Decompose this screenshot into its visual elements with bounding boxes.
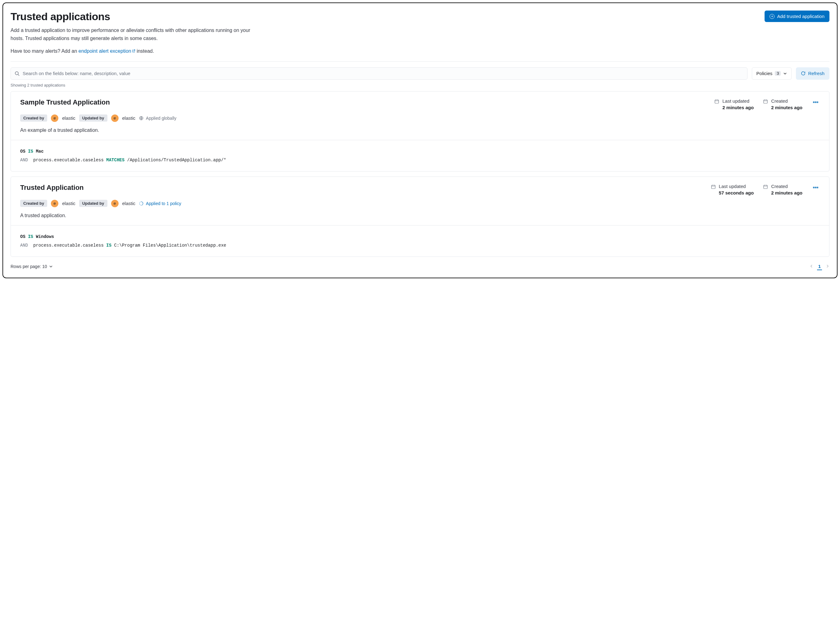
- last-updated-value: 57 seconds ago: [719, 190, 754, 196]
- svg-rect-4: [815, 102, 816, 103]
- scope-label: Applied to 1 policy: [146, 201, 181, 206]
- svg-rect-7: [711, 185, 715, 189]
- svg-rect-1: [715, 100, 719, 103]
- chevron-down-icon: [783, 72, 787, 75]
- page-description-1: Add a trusted application to improve per…: [11, 27, 259, 42]
- refresh-icon: [801, 71, 805, 76]
- updated-by-avatar: e: [111, 200, 119, 207]
- scope-label: Applied globally: [146, 116, 176, 121]
- endpoint-alert-exception-link[interactable]: endpoint alert exception: [79, 49, 135, 54]
- chevron-down-icon: [49, 264, 53, 268]
- svg-rect-11: [817, 187, 818, 188]
- add-trusted-application-button[interactable]: + Add trusted application: [765, 11, 829, 22]
- prev-page-button[interactable]: [810, 264, 813, 269]
- last-updated-value: 2 minutes ago: [722, 105, 754, 110]
- created-value: 2 minutes ago: [771, 190, 802, 196]
- page-title: Trusted applications: [11, 11, 110, 23]
- chevron-left-icon: [810, 264, 813, 268]
- rows-per-page-selector[interactable]: Rows per page: 10: [11, 264, 53, 269]
- more-actions-button[interactable]: [812, 99, 820, 106]
- search-input[interactable]: [20, 71, 743, 76]
- refresh-button[interactable]: Refresh: [796, 67, 829, 80]
- card-conditions: OS IS Mac AND process.executable.caseles…: [11, 140, 829, 171]
- svg-rect-8: [764, 185, 767, 189]
- calendar-icon: [763, 99, 768, 104]
- page-number-current[interactable]: 1: [817, 263, 822, 270]
- svg-rect-5: [817, 102, 818, 103]
- trusted-app-card: Trusted Application Last updated 57 seco…: [11, 177, 829, 257]
- svg-point-0: [15, 72, 18, 75]
- add-button-label: Add trusted application: [777, 14, 824, 19]
- more-actions-button[interactable]: [812, 184, 820, 192]
- card-description: A trusted application.: [20, 213, 820, 218]
- updated-by-badge: Updated by: [79, 200, 107, 207]
- globe-icon: [139, 116, 143, 121]
- trusted-app-card: Sample Trusted Application Last updated …: [11, 91, 829, 172]
- svg-rect-3: [813, 102, 814, 103]
- boxes-horizontal-icon: [813, 101, 819, 104]
- page-description-2: Have too many alerts? Add an endpoint al…: [11, 47, 259, 55]
- calendar-icon: [711, 184, 716, 189]
- created-value: 2 minutes ago: [771, 105, 802, 110]
- partial-icon: [139, 201, 143, 206]
- chevron-right-icon: [826, 264, 829, 268]
- card-description: An example of a trusted application.: [20, 127, 820, 133]
- updated-by-user: elastic: [122, 201, 136, 206]
- boxes-horizontal-icon: [813, 186, 819, 189]
- calendar-icon: [714, 99, 719, 104]
- policies-label: Policies: [757, 71, 772, 76]
- updated-by-avatar: e: [111, 114, 119, 122]
- policies-filter-button[interactable]: Policies 3: [752, 67, 792, 80]
- refresh-label: Refresh: [808, 71, 824, 76]
- plus-circle-icon: +: [769, 14, 774, 19]
- search-icon: [14, 71, 20, 76]
- created-label: Created: [771, 184, 802, 189]
- created-by-avatar: e: [51, 200, 58, 207]
- next-page-button[interactable]: [826, 264, 829, 269]
- external-link-icon: [132, 49, 135, 53]
- created-by-avatar: e: [51, 114, 58, 122]
- last-updated-label: Last updated: [722, 99, 754, 103]
- created-by-user: elastic: [62, 116, 75, 121]
- policies-count-badge: 3: [775, 71, 781, 76]
- search-box[interactable]: [11, 67, 747, 80]
- created-by-badge: Created by: [20, 114, 47, 122]
- card-conditions: OS IS Windows AND process.executable.cas…: [11, 225, 829, 257]
- updated-by-badge: Updated by: [79, 114, 107, 122]
- showing-count-text: Showing 2 trusted applications: [11, 83, 829, 88]
- divider: [11, 61, 829, 62]
- card-title: Sample Trusted Application: [20, 99, 110, 106]
- rows-per-page-label: Rows per page: 10: [11, 264, 47, 269]
- calendar-icon: [763, 184, 768, 189]
- applied-policy-link[interactable]: Applied to 1 policy: [139, 201, 181, 206]
- created-label: Created: [771, 99, 802, 103]
- last-updated-label: Last updated: [719, 184, 754, 189]
- svg-rect-2: [764, 100, 767, 103]
- svg-rect-10: [815, 187, 816, 188]
- svg-rect-9: [813, 187, 814, 188]
- card-title: Trusted Application: [20, 184, 84, 192]
- updated-by-user: elastic: [122, 116, 136, 121]
- created-by-badge: Created by: [20, 200, 47, 207]
- created-by-user: elastic: [62, 201, 75, 206]
